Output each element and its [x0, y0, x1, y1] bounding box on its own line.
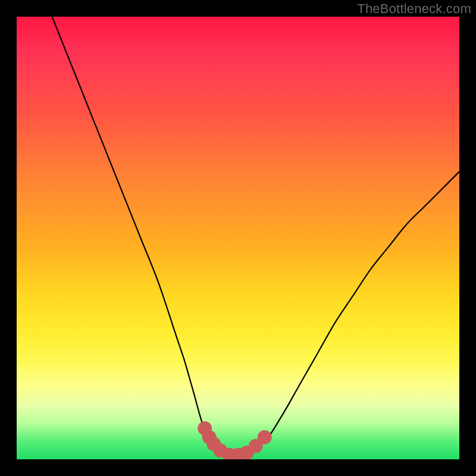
plot-area [17, 17, 459, 459]
curve-marker-dot [258, 430, 272, 444]
watermark-text: TheBottleneck.com [357, 1, 471, 17]
bottom-marker-dots [198, 421, 271, 459]
chart-container: TheBottleneck.com [0, 0, 476, 476]
main-curve [52, 17, 459, 455]
curve-layer [17, 17, 459, 459]
